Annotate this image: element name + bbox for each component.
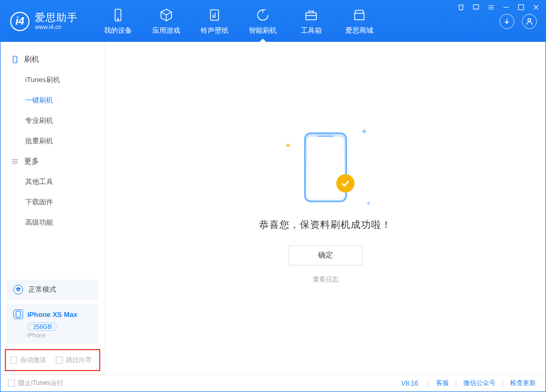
status-icon bbox=[13, 285, 23, 294]
checkbox-strip-highlight: 自动激活 跳过向导 bbox=[5, 349, 100, 371]
device-name: iPhone XS Max bbox=[27, 310, 77, 319]
nav-label: 爱思商城 bbox=[345, 26, 373, 35]
nav-tab-ringtones[interactable]: 铃声壁纸 bbox=[190, 1, 239, 42]
nav-tab-smart-flash[interactable]: 智能刷机 bbox=[239, 1, 287, 42]
checkbox-icon bbox=[10, 357, 17, 364]
nav-tab-toolbox[interactable]: 工具箱 bbox=[287, 1, 335, 42]
close-icon[interactable] bbox=[532, 3, 540, 11]
svg-rect-0 bbox=[473, 4, 478, 9]
svg-rect-9 bbox=[16, 311, 20, 317]
checkbox-icon bbox=[8, 380, 15, 387]
svg-rect-2 bbox=[115, 9, 121, 21]
svg-rect-5 bbox=[306, 12, 316, 19]
menu-icon[interactable] bbox=[487, 3, 495, 11]
view-log-link[interactable]: 查看日志 bbox=[313, 275, 338, 284]
checkbox-block-itunes[interactable]: 阻止iTunes运行 bbox=[8, 379, 63, 388]
svg-point-6 bbox=[528, 18, 530, 21]
skin-icon[interactable] bbox=[457, 3, 464, 11]
cube-icon bbox=[159, 8, 174, 23]
version-label: V8.16 bbox=[401, 380, 418, 387]
check-badge-icon bbox=[336, 174, 355, 193]
nav-label: 铃声壁纸 bbox=[201, 26, 228, 35]
user-account-button[interactable] bbox=[522, 14, 537, 29]
app-name: 爱思助手 bbox=[35, 12, 78, 24]
sidebar: 刷机 iTunes刷机 一键刷机 专业刷机 批量刷机 更多 其他工具 下载固件 … bbox=[1, 42, 105, 374]
nav-tab-apps-games[interactable]: 应用游戏 bbox=[142, 1, 190, 42]
sidebar-item-itunes-flash[interactable]: iTunes刷机 bbox=[1, 70, 105, 90]
sidebar-item-advanced[interactable]: 高级功能 bbox=[1, 212, 105, 233]
status-mode-label: 正常模式 bbox=[28, 285, 56, 294]
support-link[interactable]: 客服 bbox=[434, 379, 451, 388]
sidebar-item-one-click-flash[interactable]: 一键刷机 bbox=[1, 90, 105, 110]
footer: 阻止iTunes运行 V8.16 | 客服 | 微信公众号 | 检查更新 bbox=[1, 374, 545, 391]
nav-label: 工具箱 bbox=[301, 26, 322, 35]
check-update-link[interactable]: 检查更新 bbox=[508, 379, 538, 388]
svg-point-3 bbox=[117, 18, 119, 19]
ok-button[interactable]: 确定 bbox=[289, 245, 363, 265]
sidebar-group-label: 更多 bbox=[24, 157, 39, 166]
sidebar-item-download-firmware[interactable]: 下载固件 bbox=[1, 192, 105, 212]
sidebar-group-label: 刷机 bbox=[24, 55, 39, 64]
device-type: iPhone bbox=[27, 332, 92, 338]
sidebar-group-flash: 刷机 bbox=[1, 49, 105, 70]
phone-small-icon bbox=[13, 309, 23, 319]
phone-success-illustration bbox=[304, 132, 347, 202]
app-url: www.i4.cn bbox=[35, 24, 78, 30]
refresh-icon bbox=[255, 8, 270, 23]
checkbox-skip-guide[interactable]: 跳过向导 bbox=[56, 356, 92, 365]
phone-icon bbox=[110, 8, 126, 23]
device-card[interactable]: iPhone XS Max 256GB iPhone bbox=[7, 304, 98, 344]
nav-label: 应用游戏 bbox=[152, 26, 180, 35]
sidebar-item-pro-flash[interactable]: 专业刷机 bbox=[1, 110, 105, 131]
maximize-icon[interactable] bbox=[517, 3, 525, 11]
sidebar-group-more: 更多 bbox=[1, 151, 105, 172]
toolbox-icon bbox=[304, 8, 319, 23]
nav-label: 智能刷机 bbox=[249, 26, 277, 35]
logo-mark-icon: i4 bbox=[10, 12, 29, 31]
list-icon bbox=[11, 158, 19, 165]
music-file-icon bbox=[207, 8, 222, 23]
feedback-icon[interactable] bbox=[472, 3, 479, 11]
success-message: 恭喜您，保资料刷机成功啦！ bbox=[259, 218, 392, 231]
svg-rect-7 bbox=[13, 56, 17, 63]
svg-rect-1 bbox=[518, 4, 523, 10]
wechat-link[interactable]: 微信公众号 bbox=[461, 379, 498, 388]
minimize-icon[interactable] bbox=[502, 3, 510, 11]
store-icon bbox=[352, 8, 367, 23]
logo[interactable]: i4 爱思助手 www.i4.cn bbox=[10, 12, 78, 31]
status-mode-card[interactable]: 正常模式 bbox=[7, 279, 98, 300]
nav-tab-store[interactable]: 爱思商城 bbox=[335, 1, 383, 42]
sidebar-item-other-tools[interactable]: 其他工具 bbox=[1, 172, 105, 192]
main-content: 恭喜您，保资料刷机成功啦！ 确定 查看日志 bbox=[105, 42, 545, 374]
checkbox-icon bbox=[56, 357, 63, 364]
sidebar-item-batch-flash[interactable]: 批量刷机 bbox=[1, 131, 105, 151]
download-button[interactable] bbox=[499, 14, 514, 29]
device-icon bbox=[11, 56, 19, 63]
device-storage: 256GB bbox=[27, 322, 57, 331]
nav-tab-my-device[interactable]: 我的设备 bbox=[94, 1, 142, 42]
svg-point-8 bbox=[17, 289, 19, 291]
nav-label: 我的设备 bbox=[104, 26, 132, 35]
svg-rect-4 bbox=[210, 10, 218, 20]
checkbox-auto-activate[interactable]: 自动激活 bbox=[10, 356, 46, 365]
